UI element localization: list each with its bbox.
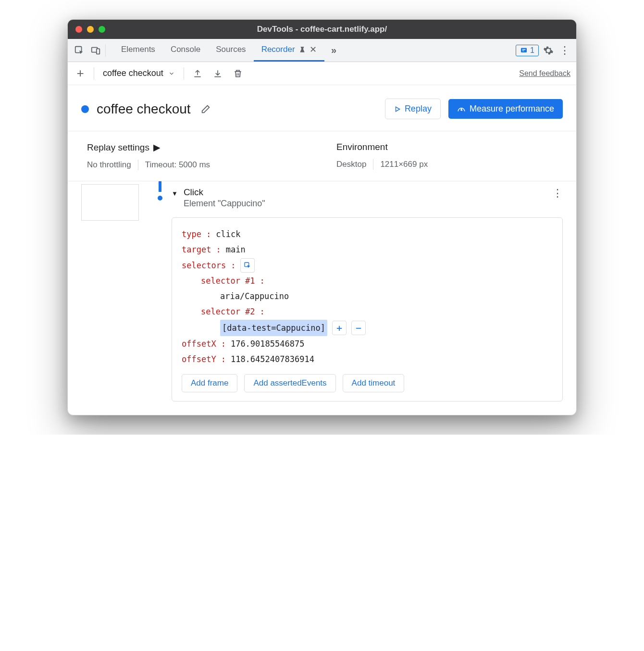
divider xyxy=(184,67,184,80)
add-selector-button[interactable]: + xyxy=(332,321,347,335)
tab-recorder-label: Recorder xyxy=(261,45,295,54)
environment-header: Environment xyxy=(336,142,557,152)
prop-type[interactable]: type: click xyxy=(182,226,553,242)
value-sel1: aria/Cappucino xyxy=(220,288,289,304)
step-header[interactable]: ▼ Click Element "Cappucino" ⋮ xyxy=(172,187,563,209)
svg-rect-3 xyxy=(521,48,527,52)
import-icon[interactable] xyxy=(211,67,224,80)
environment-meta: Desktop 1211×669 px xyxy=(336,159,557,170)
device-toolbar-icon[interactable] xyxy=(89,44,102,57)
env-dimensions: 1211×669 px xyxy=(380,160,428,169)
minimize-window-button[interactable] xyxy=(87,26,94,33)
key-offsety: offsetY xyxy=(182,351,216,367)
traffic-lights xyxy=(75,26,105,33)
add-frame-button[interactable]: Add frame xyxy=(182,374,237,392)
tab-sources[interactable]: Sources xyxy=(208,39,253,62)
timeline-bar xyxy=(159,181,161,192)
replay-settings-header[interactable]: Replay settings ▶ xyxy=(87,142,308,153)
tab-console[interactable]: Console xyxy=(163,39,208,62)
titlebar: DevTools - coffee-cart.netlify.app/ xyxy=(68,20,576,39)
window-title: DevTools - coffee-cart.netlify.app/ xyxy=(257,25,387,34)
timeout-value: Timeout: 5000 ms xyxy=(145,160,210,170)
chevron-right-icon: ▶ xyxy=(153,142,161,153)
recorder-toolbar: + coffee checkout Send feedback xyxy=(68,62,576,85)
pin-icon xyxy=(299,46,306,53)
edit-title-icon[interactable] xyxy=(200,104,211,114)
disclosure-triangle-icon[interactable]: ▼ xyxy=(172,190,178,197)
svg-point-4 xyxy=(461,109,462,110)
close-window-button[interactable] xyxy=(75,26,82,33)
separator xyxy=(373,159,373,170)
key-type: type xyxy=(182,226,201,242)
settings-icon[interactable] xyxy=(542,44,555,57)
recording-status-dot xyxy=(81,105,89,113)
issues-badge[interactable]: 1 xyxy=(516,45,539,56)
element-picker-icon[interactable] xyxy=(240,258,255,273)
environment-col: Environment Desktop 1211×669 px xyxy=(336,142,557,170)
step-details: type: click target: main selectors: sele… xyxy=(172,217,563,401)
selector-1-value-row[interactable]: aria/Cappucino xyxy=(182,288,553,304)
remove-selector-button[interactable]: − xyxy=(351,321,366,335)
prop-selector-2[interactable]: selector #2: xyxy=(182,304,553,319)
prop-target[interactable]: target: main xyxy=(182,242,553,257)
key-sel2: selector #2 xyxy=(201,304,255,319)
prop-offsetx[interactable]: offsetX: 176.90185546875 xyxy=(182,336,553,351)
add-asserted-events-button[interactable]: Add assertedEvents xyxy=(244,374,335,392)
tab-elements[interactable]: Elements xyxy=(113,39,163,62)
inspect-element-icon[interactable] xyxy=(73,44,86,57)
recording-title-row: coffee checkout Replay Measure performan… xyxy=(68,85,576,131)
timeline-column xyxy=(149,181,172,401)
replay-button[interactable]: Replay xyxy=(385,99,441,119)
replay-settings-label: Replay settings xyxy=(87,142,149,153)
recording-dropdown[interactable]: coffee checkout xyxy=(101,68,177,78)
step-thumbnail[interactable] xyxy=(81,184,139,221)
prop-selectors[interactable]: selectors: xyxy=(182,258,553,273)
panel-tabs: Elements Console Sources Recorder ✕ xyxy=(113,39,324,62)
key-offsetx: offsetX xyxy=(182,336,216,351)
recording-title: coffee checkout xyxy=(97,101,191,117)
send-feedback-link[interactable]: Send feedback xyxy=(519,69,570,78)
add-timeout-button[interactable]: Add timeout xyxy=(343,374,405,392)
devtools-window: DevTools - coffee-cart.netlify.app/ Elem… xyxy=(67,19,577,415)
export-icon[interactable] xyxy=(191,67,204,80)
maximize-window-button[interactable] xyxy=(99,26,105,33)
delete-icon[interactable] xyxy=(231,67,245,80)
add-prop-buttons: Add frame Add assertedEvents Add timeout xyxy=(182,374,553,392)
devtools-tabbar: Elements Console Sources Recorder ✕ » 1 … xyxy=(68,39,576,62)
value-sel2[interactable]: [data-test=Cappucino] xyxy=(220,320,327,336)
throttling-value: No throttling xyxy=(87,160,131,170)
divider xyxy=(94,67,94,80)
settings-row: Replay settings ▶ No throttling Timeout:… xyxy=(68,131,576,181)
replay-button-label: Replay xyxy=(405,104,432,114)
new-recording-icon[interactable]: + xyxy=(74,67,87,80)
step-subtitle: Element "Cappucino" xyxy=(184,199,265,209)
selector-2-value-row[interactable]: [data-test=Cappucino] + − xyxy=(182,320,553,336)
step-action: Click xyxy=(184,187,265,198)
tab-console-label: Console xyxy=(171,45,200,54)
key-selectors: selectors xyxy=(182,258,226,273)
env-device: Desktop xyxy=(336,160,366,169)
tab-sources-label: Sources xyxy=(216,45,246,54)
tab-elements-label: Elements xyxy=(121,45,155,54)
key-target: target xyxy=(182,242,211,257)
value-offsetx: 176.90185546875 xyxy=(231,336,305,351)
recording-dropdown-label: coffee checkout xyxy=(103,68,163,78)
tab-recorder[interactable]: Recorder ✕ xyxy=(254,39,324,62)
replay-settings-meta: No throttling Timeout: 5000 ms xyxy=(87,160,308,170)
chevron-down-icon xyxy=(168,70,175,77)
value-type: click xyxy=(216,226,240,242)
measure-performance-button[interactable]: Measure performance xyxy=(448,99,563,119)
separator xyxy=(138,160,138,170)
prop-offsety[interactable]: offsetY: 118.6452407836914 xyxy=(182,351,553,367)
step-menu-icon[interactable]: ⋮ xyxy=(552,187,563,200)
more-tabs-icon[interactable]: » xyxy=(327,44,341,57)
divider xyxy=(105,44,106,57)
close-tab-icon[interactable]: ✕ xyxy=(310,44,317,55)
replay-settings-col: Replay settings ▶ No throttling Timeout:… xyxy=(87,142,308,170)
timeline-dot xyxy=(158,196,162,200)
kebab-menu-icon[interactable]: ⋮ xyxy=(558,44,571,57)
key-sel1: selector #1 xyxy=(201,273,255,288)
value-target: main xyxy=(226,242,246,257)
prop-selector-1[interactable]: selector #1: xyxy=(182,273,553,288)
step-content: ▼ Click Element "Cappucino" ⋮ type: clic… xyxy=(172,181,563,401)
